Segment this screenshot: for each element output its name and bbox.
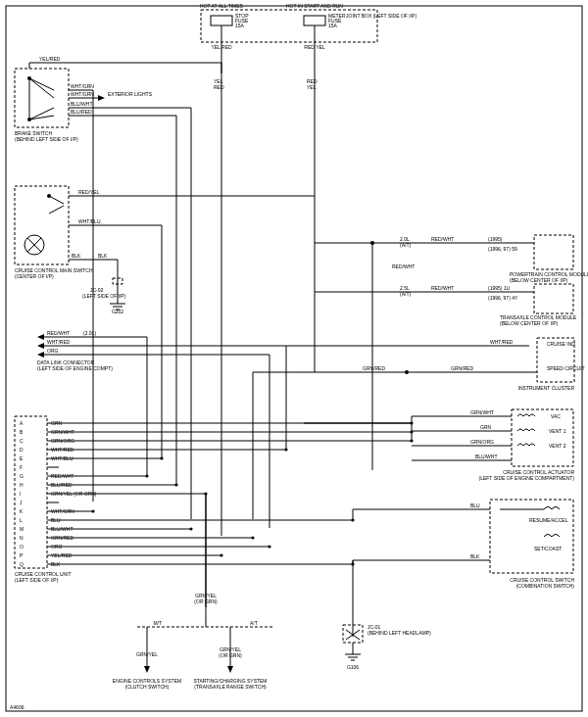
svg-text:SPEED CIRCUIT: SPEED CIRCUIT xyxy=(547,365,585,371)
svg-text:VENT 1: VENT 1 xyxy=(549,428,566,434)
actuator-box xyxy=(512,409,573,466)
svg-text:BLK: BLK xyxy=(72,253,81,259)
svg-text:BLK: BLK xyxy=(98,253,108,259)
ccu-pin-M: M xyxy=(20,526,24,532)
svg-marker-153 xyxy=(227,666,233,673)
svg-text:(1995): (1995) xyxy=(488,236,503,242)
svg-text:RED/WHT: RED/WHT xyxy=(431,236,454,242)
ccu-pin-K: K xyxy=(20,508,24,514)
svg-rect-0 xyxy=(6,6,582,711)
ground-g106: G106 xyxy=(347,664,359,670)
stop-fuse xyxy=(211,16,232,25)
svg-text:(CENTER OF I/P): (CENTER OF I/P) xyxy=(15,273,54,279)
svg-text:VAC: VAC xyxy=(551,413,561,419)
svg-text:(COMBINATION SWITCH): (COMBINATION SWITCH) xyxy=(516,583,575,589)
ccu-pin-Q: Q xyxy=(20,561,24,567)
svg-text:(A/T): (A/T) xyxy=(400,242,411,248)
svg-text:RESUME/ACCEL: RESUME/ACCEL xyxy=(529,517,568,523)
svg-point-216 xyxy=(251,536,254,539)
svg-text:GRN/RED: GRN/RED xyxy=(451,365,473,371)
svg-text:GRN/RED: GRN/RED xyxy=(363,365,385,371)
svg-text:YEL: YEL xyxy=(307,84,317,90)
svg-text:VENT 2: VENT 2 xyxy=(549,443,566,449)
svg-text:(BELOW CENTER OF I/P): (BELOW CENTER OF I/P) xyxy=(510,277,568,283)
svg-marker-91 xyxy=(37,343,44,349)
svg-marker-90 xyxy=(37,334,44,340)
ccu-pin-N: N xyxy=(20,535,24,541)
ccu-pin-L: L xyxy=(20,517,23,523)
svg-text:EXTERIOR LIGHTS: EXTERIOR LIGHTS xyxy=(108,91,153,97)
svg-text:SET/COAST: SET/COAST xyxy=(534,546,562,551)
svg-text:15A: 15A xyxy=(328,23,338,28)
svg-text:WHT/RED: WHT/RED xyxy=(490,339,514,345)
svg-text:A/T: A/T xyxy=(250,620,258,626)
svg-text:(BELOW CENTER OF I/P): (BELOW CENTER OF I/P) xyxy=(500,320,559,326)
svg-text:BLU/WHT: BLU/WHT xyxy=(475,454,498,459)
svg-text:(LEFT SIDE OF I/P): (LEFT SIDE OF I/P) xyxy=(15,577,59,583)
svg-text:(BEHIND LEFT SIDE OF I/P): (BEHIND LEFT SIDE OF I/P) xyxy=(15,136,78,142)
svg-text:BLK: BLK xyxy=(470,553,480,559)
svg-point-182 xyxy=(284,448,287,451)
svg-text:(LEFT SIDE OF I/P): (LEFT SIDE OF I/P) xyxy=(82,293,126,299)
stop-hot: HOT AT ALL TIMES xyxy=(200,3,244,9)
svg-text:GRN/WHT: GRN/WHT xyxy=(470,409,494,415)
svg-text:(TRANSAXLE RANGE SWITCH): (TRANSAXLE RANGE SWITCH) xyxy=(194,684,267,690)
meter-fuse xyxy=(304,16,325,25)
svg-text:RED/WHT: RED/WHT xyxy=(431,285,454,291)
svg-point-186 xyxy=(160,456,163,459)
svg-text:ORG: ORG xyxy=(47,348,59,354)
ccu-pin-E: E xyxy=(20,455,24,461)
meter-hot: HOT IN START AND RUN xyxy=(286,3,343,9)
ccu-pin-G: G xyxy=(20,473,24,479)
svg-text:WHT/BLU: WHT/BLU xyxy=(78,218,101,224)
svg-point-82 xyxy=(370,241,374,245)
svg-text:(1996, 97)   59: (1996, 97) 59 xyxy=(488,246,517,252)
svg-text:RED: RED xyxy=(214,84,224,90)
brake-switch-box xyxy=(15,69,69,127)
svg-text:(CLUTCH SWITCH): (CLUTCH SWITCH) xyxy=(125,684,170,690)
svg-text:RED/WHT: RED/WHT xyxy=(392,263,415,269)
svg-text:WHT/GRN: WHT/GRN xyxy=(71,91,94,97)
svg-point-220 xyxy=(268,545,270,548)
ccu-pin-O: O xyxy=(20,544,24,550)
svg-text:(1995)   1U: (1995) 1U xyxy=(488,285,511,291)
svg-text:(1996, 97)   4Y: (1996, 97) 4Y xyxy=(488,295,518,301)
joint-box-label: JOINT BOX (LEFT SIDE OF I/P) xyxy=(346,13,416,19)
svg-point-191 xyxy=(145,474,148,477)
wiring-diagram: HOT AT ALL TIMES HOT IN START AND RUN ST… xyxy=(0,0,588,717)
svg-text:WHT/GRN: WHT/GRN xyxy=(71,83,94,89)
ccu-pin-I: I xyxy=(20,491,21,497)
svg-point-204 xyxy=(91,509,94,512)
svg-text:BLU: BLU xyxy=(470,502,480,508)
svg-text:GRN: GRN xyxy=(480,424,492,430)
ccu-pin-D: D xyxy=(20,447,24,453)
main-switch-box xyxy=(15,186,69,264)
ccu-pin-A: A xyxy=(20,420,24,426)
svg-text:WHT/RED: WHT/RED xyxy=(47,339,71,345)
svg-text:GRN/YEL: GRN/YEL xyxy=(136,651,158,657)
svg-text:YEL RED: YEL RED xyxy=(211,44,232,50)
ccu-pin-F: F xyxy=(20,464,23,470)
svg-marker-152 xyxy=(144,666,150,673)
cc-switch-box xyxy=(490,500,573,573)
svg-text:(BEHIND LEFT HEADLAMP): (BEHIND LEFT HEADLAMP) xyxy=(368,630,431,636)
svg-point-16 xyxy=(27,76,31,80)
svg-point-195 xyxy=(174,483,177,486)
figure-id: A4606 xyxy=(10,704,24,710)
svg-point-17 xyxy=(27,118,31,121)
svg-text:(LEFT SIDE OF ENGINE COMPARTME: (LEFT SIDE OF ENGINE COMPARTMENT) xyxy=(478,475,574,481)
ccu-pin-P: P xyxy=(20,552,24,558)
svg-text:BLU/WHT: BLU/WHT xyxy=(71,101,93,107)
svg-point-36 xyxy=(47,194,51,198)
svg-line-35 xyxy=(49,206,64,214)
svg-text:RED/WHT: RED/WHT xyxy=(47,330,70,336)
svg-point-224 xyxy=(220,553,222,556)
svg-text:15A: 15A xyxy=(235,23,245,28)
svg-text:BLU/RED: BLU/RED xyxy=(71,109,92,115)
svg-text:(2.0L): (2.0L) xyxy=(83,330,96,336)
svg-line-34 xyxy=(49,196,64,204)
svg-point-212 xyxy=(189,527,192,530)
svg-text:INSTRUMENT CLUSTER: INSTRUMENT CLUSTER xyxy=(518,385,575,391)
pcm-box xyxy=(534,235,573,269)
svg-text:(OR GRN): (OR GRN) xyxy=(219,652,242,658)
